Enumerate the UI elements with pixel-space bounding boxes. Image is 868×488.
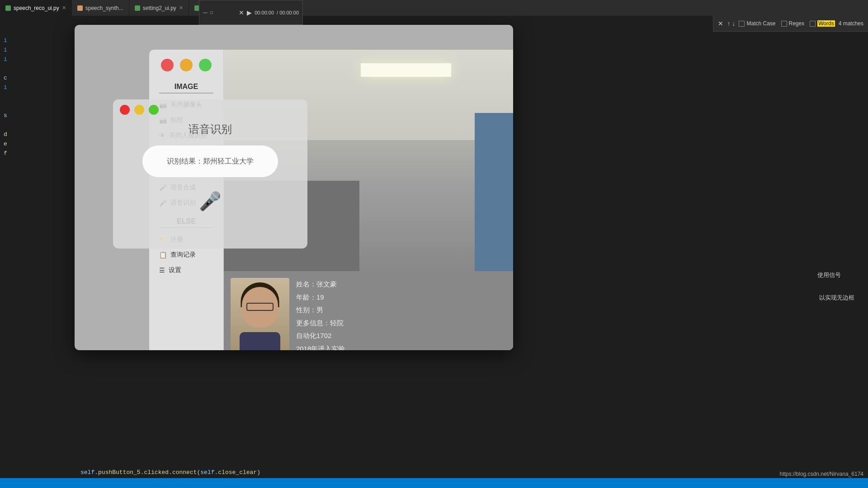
code-line: i [4, 83, 73, 93]
match-case-checkbox[interactable] [739, 21, 745, 27]
speech-result-box: 识别结果：郑州轻工业大学 [142, 145, 278, 177]
dialog-traffic-light-yellow[interactable] [134, 105, 144, 115]
clipboard-icon: 📋 [159, 251, 167, 258]
find-next-button[interactable]: ↓ [732, 20, 735, 27]
code-dot2: . [141, 469, 144, 476]
python-icon [5, 5, 11, 11]
right-code-text2: 以实现无边框 [819, 294, 854, 302]
user-photo [231, 278, 289, 350]
tab-speech-synth[interactable]: speech_synth... [72, 0, 129, 16]
tab-setting2[interactable]: setting2_ui.py ✕ [129, 0, 189, 16]
python-icon [135, 5, 140, 11]
code-paren1: ( [197, 469, 201, 476]
code-line: e [4, 140, 73, 149]
match-case-label: Match Case [746, 20, 775, 27]
words-option[interactable]: Words [810, 20, 835, 27]
speech-dialog-title: 语音识别 [189, 122, 232, 136]
traffic-light-green[interactable] [199, 59, 212, 71]
code-line: i [4, 55, 73, 65]
dialog-traffic-light-green[interactable] [149, 105, 159, 115]
microphone-icon[interactable]: 🎤 [199, 191, 222, 212]
code-line: c [4, 74, 73, 83]
status-bar [0, 478, 868, 488]
traffic-light-red[interactable] [161, 59, 174, 71]
code-func: e [4, 140, 7, 149]
code-dot4: . [215, 469, 218, 476]
user-details: 姓名：张文豪 年龄：19 性别：男 更多信息：轻院 自动化1702 2018年进… [296, 278, 345, 350]
code-connect: connect [172, 469, 197, 476]
code-paren2: ) [257, 469, 260, 476]
user-more-info: 更多信息：轻院 [296, 317, 345, 330]
code-line: d [4, 130, 73, 140]
words-label: Words [817, 20, 835, 27]
close-icon[interactable]: ✕ [179, 5, 183, 11]
find-bar: ✕ ↑ ↓ Match Case Regex Words 4 matches [713, 16, 868, 32]
find-options: Match Case Regex Words [739, 20, 835, 27]
find-prev-button[interactable]: ↑ [727, 20, 730, 27]
sidebar-item-query-records[interactable]: 📋 查询记录 [155, 247, 218, 263]
speech-result-text: 识别结果：郑州轻工业大学 [167, 157, 254, 166]
dialog-traffic-light-red[interactable] [120, 105, 130, 115]
speech-dialog: 语音识别 识别结果：郑州轻工业大学 🎤 [113, 99, 307, 249]
code-keyword: i [4, 46, 7, 55]
code-var: c [4, 74, 7, 83]
sidebar-item-label: 查询记录 [170, 251, 196, 259]
code-dot: . [94, 469, 98, 476]
user-name: 姓名：张文豪 [296, 278, 345, 291]
tab-bar: speech_reco_ui.py ✕ speech_synth... sett… [0, 0, 868, 16]
tab-speech-reco[interactable]: speech_reco_ui.py ✕ [0, 0, 72, 16]
code-func: d [4, 130, 7, 140]
code-line: i [4, 36, 73, 46]
code-self2: self [200, 469, 214, 476]
code-method2: clicked [144, 469, 169, 476]
user-gender: 性别：男 [296, 304, 345, 317]
video-time-total: / 00:00:00 [277, 10, 299, 15]
code-keyword: i [4, 36, 7, 46]
sidebar-item-label: 设置 [169, 266, 181, 274]
code-func: f [4, 149, 7, 159]
code-self: self [80, 469, 94, 476]
video-player: — □ ✕ ▶ 00:00:00 / 00:00:00 [199, 0, 303, 25]
user-year: 2018年进入实验 [296, 343, 345, 351]
code-keyword: i [4, 83, 7, 93]
close-icon[interactable]: ✕ [62, 5, 66, 11]
code-line: i [4, 46, 73, 55]
url-bar: https://blog.csdn.net/Nirvana_6174 [775, 470, 868, 478]
tab-label: setting2_ui.py [143, 5, 176, 11]
video-minimize-button[interactable]: — [203, 10, 208, 15]
code-line: s [4, 111, 73, 121]
find-close-button[interactable]: ✕ [718, 20, 723, 27]
words-checkbox[interactable] [810, 21, 816, 27]
code-dot3: . [169, 469, 172, 476]
code-var: s [4, 111, 7, 121]
match-case-option[interactable]: Match Case [739, 20, 775, 27]
video-time-current: 00:00:00 [255, 10, 274, 15]
code-close-clear: close_clear [218, 469, 257, 476]
sidebar-item-settings[interactable]: ☰ 设置 [155, 263, 218, 278]
room-curtain [475, 113, 513, 271]
regex-checkbox[interactable] [781, 21, 787, 27]
video-close-button[interactable]: ✕ [239, 9, 244, 16]
bottom-code-line: self . pushButton_5 . clicked . connect … [77, 467, 868, 478]
menu-icon: ☰ [159, 267, 165, 274]
tab-label: speech_synth... [85, 5, 123, 11]
photo-body [240, 332, 280, 350]
video-play-button[interactable]: ▶ [247, 9, 252, 16]
user-age: 年龄：19 [296, 291, 345, 304]
code-keyword: i [4, 55, 7, 65]
ceiling-light [361, 63, 451, 77]
user-department: 自动化1702 [296, 329, 345, 343]
video-restore-button[interactable]: □ [210, 10, 213, 15]
code-editor[interactable]: i i i c i s d e f [0, 32, 77, 474]
code-line: f [4, 149, 73, 159]
photo-glasses [246, 303, 274, 311]
user-info-panel: 姓名：张文豪 年龄：19 性别：男 更多信息：轻院 自动化1702 2018年进… [224, 271, 513, 350]
right-code-text1: 使用信号 [817, 271, 841, 279]
tab-label: speech_reco_ui.py [14, 5, 59, 11]
sidebar-section-image: IMAGE [159, 83, 213, 94]
find-arrows: ↑ ↓ [727, 20, 735, 27]
code-method: pushButton_5 [98, 469, 141, 476]
traffic-light-yellow[interactable] [180, 59, 193, 71]
regex-option[interactable]: Regex [781, 20, 805, 27]
regex-label: Regex [789, 20, 805, 27]
